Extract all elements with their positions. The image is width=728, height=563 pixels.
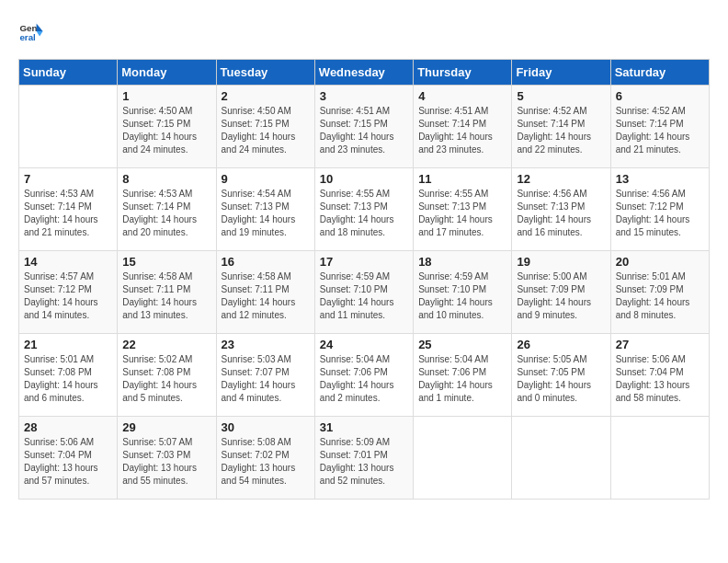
calendar-cell: 4Sunrise: 4:51 AM Sunset: 7:14 PM Daylig… — [414, 86, 512, 168]
day-number: 31 — [320, 420, 408, 434]
day-number: 29 — [122, 420, 210, 434]
svg-text:eral: eral — [19, 32, 36, 42]
calendar-cell: 25Sunrise: 5:04 AM Sunset: 7:06 PM Dayli… — [414, 334, 512, 417]
day-info: Sunrise: 5:07 AM Sunset: 7:03 PM Dayligh… — [122, 436, 210, 488]
day-number: 2 — [222, 89, 310, 103]
day-info: Sunrise: 4:55 AM Sunset: 7:13 PM Dayligh… — [320, 188, 408, 239]
day-info: Sunrise: 5:06 AM Sunset: 7:04 PM Dayligh… — [24, 436, 112, 488]
day-info: Sunrise: 5:05 AM Sunset: 7:05 PM Dayligh… — [517, 353, 605, 405]
calendar-cell: 11Sunrise: 4:55 AM Sunset: 7:13 PM Dayli… — [414, 168, 512, 251]
calendar-cell: 3Sunrise: 4:51 AM Sunset: 7:15 PM Daylig… — [314, 86, 413, 168]
day-info: Sunrise: 4:54 AM Sunset: 7:13 PM Dayligh… — [222, 188, 310, 239]
day-of-week-header: Monday — [118, 60, 216, 86]
day-info: Sunrise: 4:55 AM Sunset: 7:13 PM Dayligh… — [418, 188, 506, 239]
calendar-week-row: 14Sunrise: 4:57 AM Sunset: 7:12 PM Dayli… — [19, 251, 710, 334]
day-number: 20 — [616, 255, 704, 269]
calendar-cell: 16Sunrise: 4:58 AM Sunset: 7:11 PM Dayli… — [216, 251, 314, 334]
day-number: 16 — [222, 255, 310, 269]
calendar-cell: 2Sunrise: 4:50 AM Sunset: 7:15 PM Daylig… — [216, 86, 314, 168]
day-number: 26 — [517, 338, 605, 351]
day-of-week-header: Friday — [512, 60, 610, 86]
day-info: Sunrise: 4:59 AM Sunset: 7:10 PM Dayligh… — [320, 270, 408, 322]
day-number: 30 — [222, 420, 310, 434]
calendar-cell: 5Sunrise: 4:52 AM Sunset: 7:14 PM Daylig… — [512, 86, 610, 168]
day-number: 17 — [320, 255, 408, 269]
day-info: Sunrise: 4:57 AM Sunset: 7:12 PM Dayligh… — [24, 270, 112, 322]
day-of-week-header: Sunday — [19, 60, 118, 86]
day-info: Sunrise: 5:04 AM Sunset: 7:06 PM Dayligh… — [320, 353, 408, 405]
calendar-cell — [512, 417, 610, 500]
day-number: 5 — [517, 89, 605, 103]
calendar-cell: 12Sunrise: 4:56 AM Sunset: 7:13 PM Dayli… — [512, 168, 610, 251]
day-info: Sunrise: 5:04 AM Sunset: 7:06 PM Dayligh… — [418, 353, 506, 405]
day-info: Sunrise: 4:53 AM Sunset: 7:14 PM Dayligh… — [122, 188, 210, 239]
calendar-cell: 27Sunrise: 5:06 AM Sunset: 7:04 PM Dayli… — [610, 334, 709, 417]
day-info: Sunrise: 5:03 AM Sunset: 7:07 PM Dayligh… — [222, 353, 310, 405]
day-info: Sunrise: 4:50 AM Sunset: 7:15 PM Dayligh… — [222, 105, 310, 156]
calendar-week-row: 7Sunrise: 4:53 AM Sunset: 7:14 PM Daylig… — [19, 168, 710, 251]
calendar-cell: 31Sunrise: 5:09 AM Sunset: 7:01 PM Dayli… — [314, 417, 413, 500]
logo: Gen eral — [18, 18, 48, 44]
day-info: Sunrise: 5:06 AM Sunset: 7:04 PM Dayligh… — [616, 353, 704, 405]
day-number: 6 — [616, 89, 704, 103]
calendar-cell: 18Sunrise: 4:59 AM Sunset: 7:10 PM Dayli… — [414, 251, 512, 334]
days-header-row: SundayMondayTuesdayWednesdayThursdayFrid… — [19, 60, 710, 86]
calendar-cell: 20Sunrise: 5:01 AM Sunset: 7:09 PM Dayli… — [610, 251, 709, 334]
calendar-cell: 7Sunrise: 4:53 AM Sunset: 7:14 PM Daylig… — [19, 168, 118, 251]
day-number: 19 — [517, 255, 605, 269]
day-info: Sunrise: 5:09 AM Sunset: 7:01 PM Dayligh… — [320, 436, 408, 488]
day-info: Sunrise: 4:59 AM Sunset: 7:10 PM Dayligh… — [418, 270, 506, 322]
day-info: Sunrise: 4:53 AM Sunset: 7:14 PM Dayligh… — [24, 188, 112, 239]
calendar-cell: 19Sunrise: 5:00 AM Sunset: 7:09 PM Dayli… — [512, 251, 610, 334]
day-info: Sunrise: 4:58 AM Sunset: 7:11 PM Dayligh… — [222, 270, 310, 322]
calendar-cell: 15Sunrise: 4:58 AM Sunset: 7:11 PM Dayli… — [118, 251, 216, 334]
day-info: Sunrise: 4:56 AM Sunset: 7:13 PM Dayligh… — [517, 188, 605, 239]
calendar-cell — [19, 86, 118, 168]
page-header: Gen eral — [18, 18, 710, 44]
calendar-week-row: 1Sunrise: 4:50 AM Sunset: 7:15 PM Daylig… — [19, 86, 710, 168]
day-number: 8 — [122, 172, 210, 186]
day-number: 24 — [320, 338, 408, 351]
calendar-cell: 9Sunrise: 4:54 AM Sunset: 7:13 PM Daylig… — [216, 168, 314, 251]
day-info: Sunrise: 5:01 AM Sunset: 7:09 PM Dayligh… — [616, 270, 704, 322]
calendar-week-row: 21Sunrise: 5:01 AM Sunset: 7:08 PM Dayli… — [19, 334, 710, 417]
day-info: Sunrise: 4:51 AM Sunset: 7:15 PM Dayligh… — [320, 105, 408, 156]
calendar-cell: 29Sunrise: 5:07 AM Sunset: 7:03 PM Dayli… — [118, 417, 216, 500]
day-number: 3 — [320, 89, 408, 103]
day-of-week-header: Wednesday — [314, 60, 413, 86]
day-info: Sunrise: 4:50 AM Sunset: 7:15 PM Dayligh… — [122, 105, 210, 156]
day-number: 15 — [122, 255, 210, 269]
calendar-cell: 10Sunrise: 4:55 AM Sunset: 7:13 PM Dayli… — [314, 168, 413, 251]
day-number: 28 — [24, 420, 112, 434]
day-number: 4 — [418, 89, 506, 103]
day-number: 12 — [517, 172, 605, 186]
day-number: 1 — [122, 89, 210, 103]
calendar-cell: 6Sunrise: 4:52 AM Sunset: 7:14 PM Daylig… — [610, 86, 709, 168]
calendar-cell: 13Sunrise: 4:56 AM Sunset: 7:12 PM Dayli… — [610, 168, 709, 251]
day-info: Sunrise: 5:02 AM Sunset: 7:08 PM Dayligh… — [122, 353, 210, 405]
day-number: 21 — [24, 338, 112, 351]
day-info: Sunrise: 5:01 AM Sunset: 7:08 PM Dayligh… — [24, 353, 112, 405]
day-of-week-header: Saturday — [610, 60, 709, 86]
calendar-cell: 8Sunrise: 4:53 AM Sunset: 7:14 PM Daylig… — [118, 168, 216, 251]
calendar-cell — [610, 417, 709, 500]
day-number: 22 — [122, 338, 210, 351]
day-number: 10 — [320, 172, 408, 186]
day-info: Sunrise: 4:58 AM Sunset: 7:11 PM Dayligh… — [122, 270, 210, 322]
day-of-week-header: Thursday — [414, 60, 512, 86]
calendar-cell: 22Sunrise: 5:02 AM Sunset: 7:08 PM Dayli… — [118, 334, 216, 417]
logo-icon: Gen eral — [18, 18, 44, 44]
svg-marker-2 — [37, 24, 43, 31]
day-info: Sunrise: 4:51 AM Sunset: 7:14 PM Dayligh… — [418, 105, 506, 156]
calendar-cell: 23Sunrise: 5:03 AM Sunset: 7:07 PM Dayli… — [216, 334, 314, 417]
calendar-cell: 26Sunrise: 5:05 AM Sunset: 7:05 PM Dayli… — [512, 334, 610, 417]
calendar-cell: 21Sunrise: 5:01 AM Sunset: 7:08 PM Dayli… — [19, 334, 118, 417]
day-number: 13 — [616, 172, 704, 186]
calendar-cell: 14Sunrise: 4:57 AM Sunset: 7:12 PM Dayli… — [19, 251, 118, 334]
day-number: 14 — [24, 255, 112, 269]
day-number: 27 — [616, 338, 704, 351]
calendar-cell: 30Sunrise: 5:08 AM Sunset: 7:02 PM Dayli… — [216, 417, 314, 500]
calendar-cell — [414, 417, 512, 500]
calendar-cell: 1Sunrise: 4:50 AM Sunset: 7:15 PM Daylig… — [118, 86, 216, 168]
day-number: 9 — [222, 172, 310, 186]
